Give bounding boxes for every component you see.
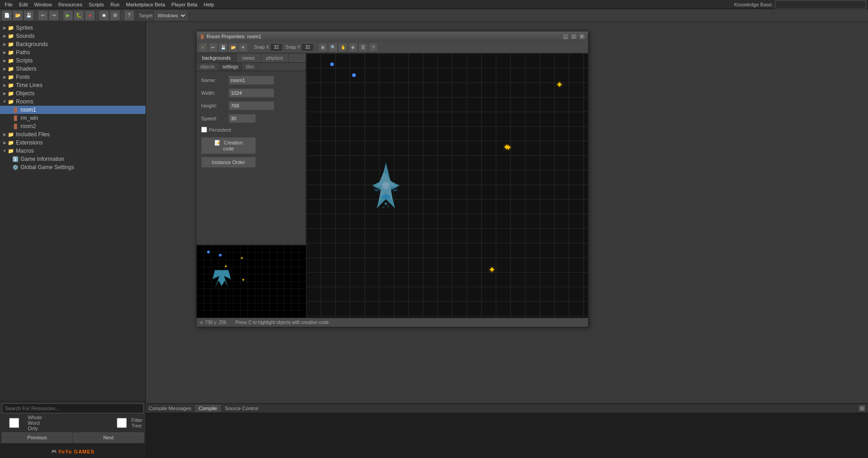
tab-physics[interactable]: physics <box>261 53 289 62</box>
extensions-label: Extensions <box>16 139 144 146</box>
toolbar-redo[interactable]: ↪ <box>49 10 59 21</box>
snap-y-input[interactable] <box>301 43 314 51</box>
sidebar-item-paths[interactable]: ▶ 📁 Paths <box>0 48 146 57</box>
star-obj-4: ✦ <box>489 265 495 275</box>
compile-tab-source[interactable]: Source Control <box>221 405 262 412</box>
backgrounds-label: Backgrounds <box>16 41 144 47</box>
compile-collapse-btn[interactable]: ⊟ <box>859 405 865 412</box>
room-tb-clear[interactable]: ✕ <box>239 43 248 52</box>
svg-point-4 <box>374 189 379 191</box>
svg-point-5 <box>392 189 398 191</box>
filter-tree-label[interactable]: Filter Tree <box>114 417 144 428</box>
menu-edit[interactable]: Edit <box>16 1 31 8</box>
menu-help[interactable]: Help <box>201 1 217 8</box>
sidebar-item-rooms[interactable]: ▼ 📁 Rooms <box>0 98 146 106</box>
toolbar-record[interactable]: ⏺ <box>99 10 109 21</box>
search-next-button[interactable]: Next <box>73 432 144 443</box>
room-body: backgrounds views physics objects settin… <box>197 53 588 318</box>
toolbar-new[interactable]: 📄 <box>2 10 12 21</box>
menu-scripts[interactable]: Scripts <box>86 1 107 8</box>
search-prev-button[interactable]: Previous <box>2 432 73 443</box>
menu-run[interactable]: Run <box>108 1 122 8</box>
sidebar-item-rm-win[interactable]: 🚪 rm_win <box>0 114 146 122</box>
name-input[interactable] <box>229 76 274 85</box>
fonts-arrow: ▶ <box>2 75 7 79</box>
tab-backgrounds[interactable]: backgrounds <box>197 53 237 62</box>
subtab-settings[interactable]: settings <box>219 63 242 71</box>
sidebar-item-room1[interactable]: 🚪 room1 <box>0 106 146 114</box>
room-tb-check[interactable]: ✓ <box>198 43 208 52</box>
instance-order-button[interactable]: Instance Order <box>201 157 256 168</box>
menu-player-beta[interactable]: Player Beta <box>169 1 200 8</box>
toolbar-help[interactable]: ? <box>124 10 134 21</box>
timelines-label: Time Lines <box>16 82 144 88</box>
sidebar-item-extensions[interactable]: ▶ 📁 Extensions <box>0 139 146 147</box>
width-input[interactable] <box>229 88 274 98</box>
height-input[interactable] <box>229 101 274 110</box>
objects-label: Objects <box>16 90 144 97</box>
room-minimize-btn[interactable]: _ <box>562 33 569 40</box>
sidebar-item-backgrounds[interactable]: ▶ 📁 Backgrounds <box>0 40 146 48</box>
room-canvas[interactable]: ✦ ✦ <box>306 53 588 318</box>
sidebar-item-room2[interactable]: 🚪 room2 <box>0 122 146 130</box>
menubar: File Edit Window Resources Scripts Run M… <box>0 0 868 9</box>
room-tb-pan[interactable]: ✋ <box>338 43 348 52</box>
toolbar-save[interactable]: 💾 <box>24 10 34 21</box>
sidebar-item-shaders[interactable]: ▶ 📁 Shaders <box>0 65 146 73</box>
persistent-row: Persistent <box>201 127 301 133</box>
sidebar-item-timelines[interactable]: ▶ 📁 Time Lines <box>0 81 146 89</box>
whole-word-checkbox[interactable] <box>2 418 26 428</box>
persistent-checkbox[interactable] <box>201 127 207 133</box>
whole-word-label[interactable]: Whole Word Only <box>2 415 48 431</box>
width-label: Width: <box>201 90 229 96</box>
room-tb-zoom[interactable]: 🔍 <box>328 43 338 52</box>
menu-marketplace[interactable]: Marketplace Beta <box>123 1 168 8</box>
tab-views[interactable]: views <box>237 53 261 62</box>
sidebar-item-objects[interactable]: ▶ 📁 Objects <box>0 89 146 98</box>
toolbar-run[interactable]: ▶ <box>63 10 73 21</box>
subtab-objects[interactable]: objects <box>197 63 219 71</box>
sidebar-item-sounds[interactable]: ▶ 📁 Sounds <box>0 32 146 40</box>
toolbar-settings[interactable]: ⚙ <box>110 10 120 21</box>
compile-tab-compile[interactable]: Compile <box>195 405 221 412</box>
sidebar-item-scripts[interactable]: ▶ 📁 Scripts <box>0 57 146 65</box>
room-tb-center[interactable]: ⊕ <box>348 43 358 52</box>
search-input[interactable] <box>2 403 144 413</box>
room-tb-help[interactable]: ? <box>369 43 378 52</box>
room-tb-list[interactable]: ☰ <box>359 43 368 52</box>
sidebar-item-included-files[interactable]: ▶ 📁 Included Files <box>0 130 146 139</box>
sounds-arrow: ▶ <box>2 34 7 38</box>
room-tb-load[interactable]: 📂 <box>229 43 238 52</box>
speed-input[interactable] <box>229 114 256 123</box>
menu-window[interactable]: Window <box>31 1 55 8</box>
room-titlebar[interactable]: 🚪 Room Properties: room1 _ □ ✕ <box>197 31 588 41</box>
menu-resources[interactable]: Resources <box>56 1 85 8</box>
subtab-tiles[interactable]: tiles <box>242 63 258 71</box>
preview-canvas <box>197 245 306 318</box>
snap-x-input[interactable] <box>270 43 283 51</box>
knowledge-base-input[interactable] <box>775 0 866 9</box>
room-tb-undo[interactable]: ↩ <box>208 43 218 52</box>
target-select[interactable]: Windows Mac Linux HTML5 <box>155 11 187 20</box>
sidebar-item-game-information[interactable]: ℹ️ Game Information <box>0 155 146 163</box>
toolbar-open[interactable]: 📂 <box>13 10 23 21</box>
knowledge-base-label: Knowledge Base: <box>734 2 773 7</box>
filter-tree-checkbox[interactable] <box>114 418 130 428</box>
room-tb-save[interactable]: 💾 <box>218 43 228 52</box>
compile-panel: Compile Messages Compile Source Control … <box>146 403 868 458</box>
room-restore-btn[interactable]: □ <box>571 33 577 40</box>
sidebar-item-sprites[interactable]: ▶ 📁 Sprites <box>0 24 146 32</box>
room-window-title: Room Properties: room1 <box>207 34 561 39</box>
menu-file[interactable]: File <box>2 1 16 8</box>
sidebar-item-global-game-settings[interactable]: ⚙️ Global Game Settings <box>0 163 146 171</box>
creation-code-button[interactable]: 📝 Creation code <box>201 137 256 154</box>
toolbar-debug[interactable]: 🐛 <box>74 10 84 21</box>
toolbar-undo[interactable]: ↩ <box>38 10 48 21</box>
room-tb-grid[interactable]: ⊞ <box>318 43 327 52</box>
resource-tree: ▶ 📁 Sprites ▶ 📁 Sounds ▶ 📁 Backgrounds ▶… <box>0 22 146 401</box>
sidebar-item-fonts[interactable]: ▶ 📁 Fonts <box>0 73 146 81</box>
room-close-btn[interactable]: ✕ <box>579 33 585 40</box>
sidebar-item-macros[interactable]: ▼ 📁 Macros <box>0 147 146 155</box>
toolbar-stop[interactable]: ■ <box>85 10 95 21</box>
compile-header: Compile Messages Compile Source Control … <box>146 404 868 413</box>
